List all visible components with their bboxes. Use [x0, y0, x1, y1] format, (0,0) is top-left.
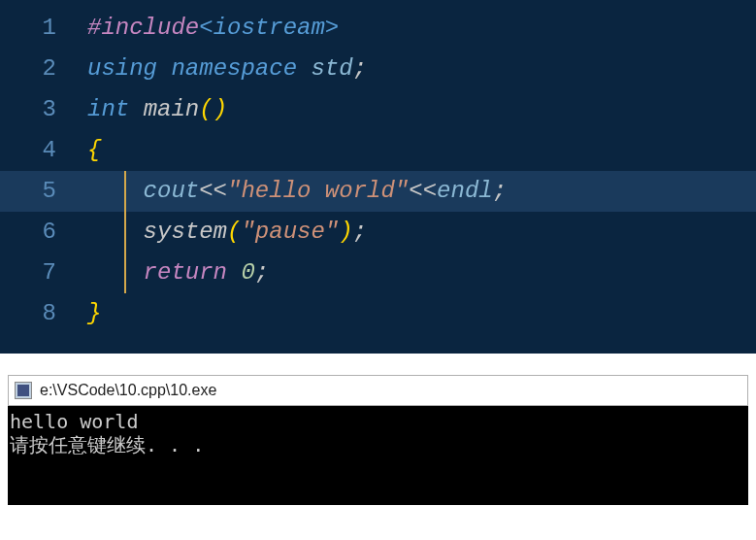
- line-number: 5: [0, 171, 87, 212]
- code-content: using namespace std;: [87, 49, 367, 89]
- code-line[interactable]: 7 return 0;: [0, 253, 756, 293]
- code-content: {: [87, 130, 101, 171]
- console-window: e:\VSCode\10.cpp\10.exe hello world 请按任意…: [8, 375, 748, 505]
- code-line[interactable]: 8 }: [0, 293, 756, 334]
- line-number: 4: [0, 130, 87, 171]
- line-number: 2: [0, 49, 87, 89]
- line-number: 7: [0, 253, 87, 293]
- code-line[interactable]: 2 using namespace std;: [0, 49, 756, 89]
- code-line[interactable]: 3 int main(): [0, 89, 756, 130]
- code-line[interactable]: 4 {: [0, 130, 756, 171]
- line-number: 8: [0, 293, 87, 334]
- line-number: 6: [0, 212, 87, 253]
- console-title: e:\VSCode\10.cpp\10.exe: [40, 382, 216, 399]
- code-editor[interactable]: 1 #include<iostream> 2 using namespace s…: [0, 0, 756, 354]
- console-titlebar[interactable]: e:\VSCode\10.cpp\10.exe: [8, 375, 748, 406]
- console-icon: [15, 382, 32, 399]
- line-number: 1: [0, 8, 87, 49]
- console-line: 请按任意键继续. . .: [10, 433, 204, 456]
- code-content: }: [87, 293, 101, 334]
- code-content: #include<iostream>: [87, 8, 339, 49]
- code-content: int main(): [87, 89, 227, 130]
- code-line[interactable]: 6 system("pause");: [0, 212, 756, 253]
- console-line: hello world: [10, 410, 138, 433]
- code-content: return 0;: [87, 253, 269, 293]
- code-content: system("pause");: [87, 212, 367, 253]
- line-number: 3: [0, 89, 87, 130]
- console-output[interactable]: hello world 请按任意键继续. . .: [8, 406, 748, 505]
- code-line[interactable]: 1 #include<iostream>: [0, 8, 756, 49]
- code-line-active[interactable]: 5 cout<<"hello world"<<endl;: [0, 171, 756, 212]
- code-content: cout<<"hello world"<<endl;: [87, 171, 507, 212]
